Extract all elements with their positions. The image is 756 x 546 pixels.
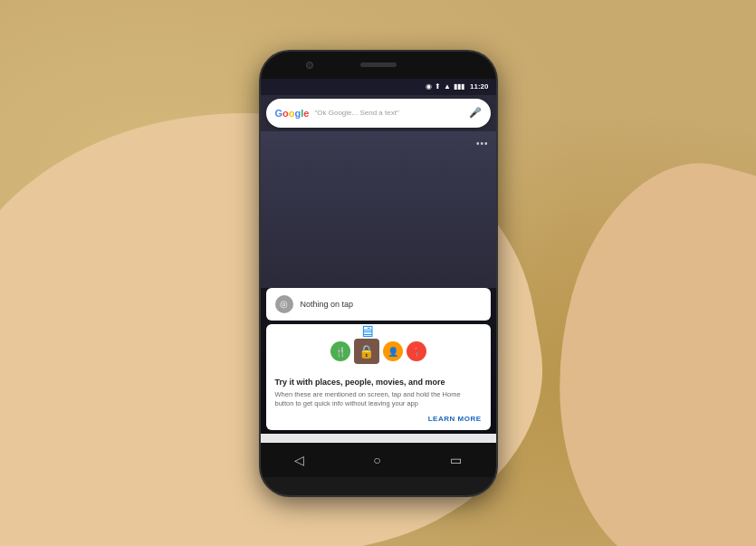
- home-button[interactable]: ○: [373, 453, 380, 467]
- battery-icon: ▮▮▮: [454, 82, 464, 91]
- wifi-icon: ▲: [444, 82, 451, 91]
- phone-device: ◉ ⬆ ▲ ▮▮▮ 11:20 Google "Ok Google... Sen…: [261, 52, 496, 495]
- status-bar: ◉ ⬆ ▲ ▮▮▮ 11:20: [261, 79, 496, 95]
- center-illustration: 🖥 🔒: [354, 339, 379, 364]
- try-it-title: Try it with places, people, movies, and …: [275, 378, 482, 387]
- google-search-bar[interactable]: Google "Ok Google... Send a text" 🎤: [266, 99, 491, 128]
- learn-more-button[interactable]: LEARN MORE: [275, 415, 482, 423]
- google-logo: Google: [275, 108, 310, 119]
- nothing-icon-symbol: ◎: [280, 299, 288, 309]
- person-icon: 👤: [383, 341, 403, 361]
- status-icons: ◉ ⬆ ▲ ▮▮▮ 11:20: [426, 82, 488, 91]
- nothing-icon: ◎: [275, 295, 293, 313]
- bottom-spacer: [261, 434, 496, 443]
- clock: 11:20: [470, 82, 488, 91]
- data-icon: ⬆: [435, 82, 441, 91]
- try-it-description: When these are mentioned on screen, tap …: [275, 390, 482, 409]
- phone-bottom-bezel: [261, 477, 496, 495]
- phone-speaker: [360, 62, 397, 67]
- icons-illustration: 🍴 🖥 🔒 👤 📍: [275, 331, 482, 372]
- phone-screen: ◉ ⬆ ▲ ▮▮▮ 11:20 Google "Ok Google... Sen…: [261, 79, 496, 443]
- signal-icon: ◉: [426, 82, 432, 91]
- screen-icon: 🖥: [359, 322, 375, 341]
- location-icon: 📍: [407, 341, 426, 361]
- mic-icon[interactable]: 🎤: [469, 107, 482, 119]
- phone-top: [261, 52, 496, 79]
- recents-button[interactable]: ▭: [450, 453, 462, 467]
- navigation-bar: ◁ ○ ▭: [261, 443, 496, 477]
- fork-icon: 🍴: [330, 341, 350, 361]
- back-button[interactable]: ◁: [294, 453, 304, 467]
- google-search-placeholder[interactable]: "Ok Google... Send a text": [314, 109, 463, 117]
- nothing-on-tap-text: Nothing on tap: [301, 300, 354, 309]
- lock-icon: 🔒: [354, 339, 379, 364]
- hand-right: [509, 138, 756, 546]
- now-on-tap-overlay: ◎ Nothing on tap 🍴 🖥 🔒 👤 📍: [261, 288, 496, 443]
- front-camera: [306, 62, 313, 69]
- three-dots-menu[interactable]: •••: [476, 139, 489, 148]
- nothing-on-tap-card[interactable]: ◎ Nothing on tap: [266, 288, 491, 321]
- wallpaper: ••• ◎ Nothing on tap 🍴 🖥: [261, 131, 496, 443]
- try-it-card: 🍴 🖥 🔒 👤 📍 Try it with places, people, mo…: [266, 324, 491, 430]
